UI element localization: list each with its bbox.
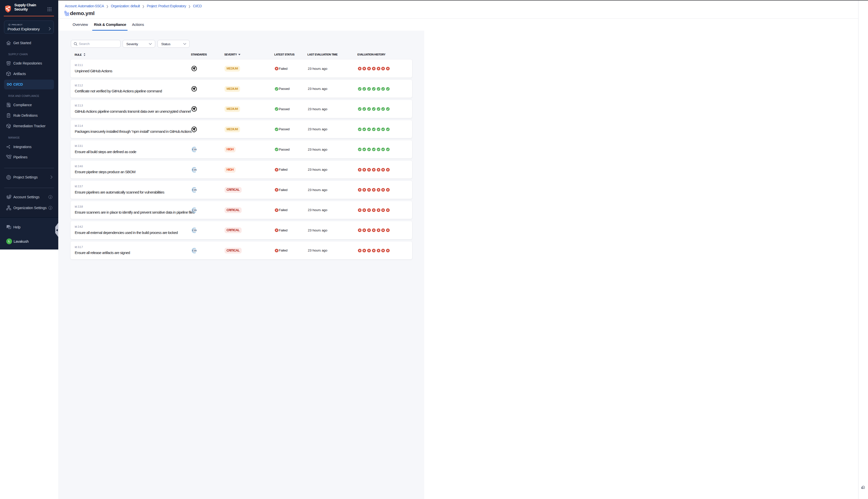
svg-text:CIS: CIS <box>193 209 197 211</box>
svg-text:CIS: CIS <box>193 229 197 232</box>
svg-text:CIS: CIS <box>193 168 197 171</box>
svg-text:CIS: CIS <box>193 148 197 151</box>
svg-text:?: ? <box>8 226 9 228</box>
svg-text:CIS: CIS <box>193 188 197 191</box>
svg-text:CIS: CIS <box>193 249 197 250</box>
